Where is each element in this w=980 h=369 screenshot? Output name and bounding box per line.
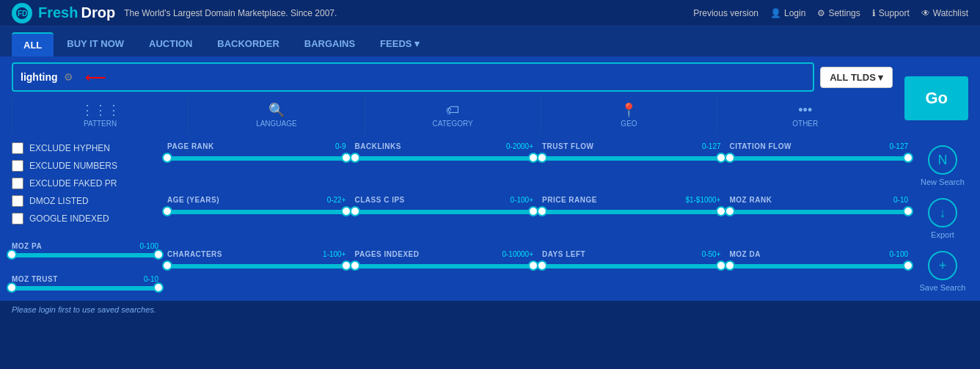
price-range-thumb-left[interactable] (537, 206, 547, 216)
moz-trust-track[interactable] (12, 286, 158, 291)
class-c-ips-track[interactable] (355, 210, 534, 214)
moz-pa-thumb-right[interactable] (153, 249, 164, 260)
filter-other[interactable]: ••• OTHER (717, 96, 893, 134)
checkbox-dmoz-listed: DMOZ LISTED (12, 195, 158, 207)
checkbox-exclude-numbers: EXCLUDE NUMBERS (12, 160, 158, 172)
slider-page-rank: PAGE RANK 0-9 (167, 142, 346, 184)
slider-characters: CHARACTERS 1-100+ (167, 250, 346, 292)
tab-bargains[interactable]: BARGAINS (293, 32, 367, 56)
save-search-button[interactable]: + Save Search (920, 251, 966, 292)
filter-icons-row: ⋮⋮⋮ PATTERN 🔍 LANGUAGE 🏷 CATEGORY 📍 GEO … (12, 96, 893, 134)
tab-auction[interactable]: AUCTION (137, 32, 204, 56)
age-track[interactable] (167, 210, 346, 214)
support-link[interactable]: ℹ Support (872, 8, 910, 18)
filter-language[interactable]: 🔍 LANGUAGE (188, 96, 364, 134)
checkbox-google-indexed-label: GOOGLE INDEXED (29, 213, 109, 224)
slider-citation-flow: CITATION FLOW 0-127 (730, 142, 909, 184)
page-rank-track[interactable] (167, 156, 346, 161)
moz-trust-label: MOZ TRUST (12, 275, 58, 283)
geo-icon: 📍 (621, 102, 637, 118)
language-icon: 🔍 (268, 102, 285, 118)
header-right: Previous version 👤 Login ⚙ Settings ℹ Su… (693, 8, 968, 18)
backlinks-thumb-left[interactable] (350, 153, 360, 163)
checkbox-google-indexed: GOOGLE INDEXED (12, 213, 158, 224)
logo-icon: FD (12, 3, 32, 23)
filter-geo[interactable]: 📍 GEO (541, 96, 717, 134)
gear-icon[interactable]: ⚙ (64, 71, 73, 83)
go-button[interactable]: Go (904, 76, 968, 120)
slider-class-c-ips: CLASS C IPs 0-100+ (355, 196, 534, 238)
tld-dropdown[interactable]: ALL TLDS ▾ (820, 67, 893, 88)
export-icon: ↓ (928, 198, 957, 227)
moz-trust-thumb-left[interactable] (7, 282, 17, 293)
new-search-button[interactable]: N New Search (921, 145, 965, 186)
header: FD FreshDrop The World's Largest Domain … (0, 0, 980, 26)
slider-moz-da: MOZ DA 0-100 (730, 250, 909, 292)
moz-da-thumb-left[interactable] (725, 260, 735, 271)
tab-all[interactable]: ALL (12, 32, 54, 56)
citation-flow-thumb-left[interactable] (725, 153, 735, 163)
citation-flow-thumb-right[interactable] (903, 153, 913, 163)
right-panel: N New Search ↓ Export + Save Search (917, 142, 968, 292)
tab-backorder[interactable]: BACKORDER (205, 32, 291, 56)
checkbox-dmoz-listed-input[interactable] (12, 195, 23, 207)
moz-pa-track[interactable] (12, 253, 158, 257)
checkbox-exclude-hyphen-label: EXCLUDE HYPHEN (29, 143, 110, 153)
filter-category[interactable]: 🏷 CATEGORY (365, 96, 541, 134)
page-rank-thumb-left[interactable] (162, 153, 172, 163)
logo: FD FreshDrop (12, 3, 115, 23)
settings-link[interactable]: ⚙ Settings (817, 8, 860, 18)
checkbox-exclude-hyphen-input[interactable] (12, 142, 23, 154)
moz-rank-thumb-left[interactable] (725, 206, 735, 216)
characters-track[interactable] (167, 264, 346, 268)
pages-indexed-track[interactable] (355, 264, 534, 268)
previous-version-link[interactable]: Previous version (693, 8, 758, 18)
age-thumb-left[interactable] (162, 206, 172, 216)
checkbox-google-indexed-input[interactable] (12, 213, 23, 224)
moz-da-thumb-right[interactable] (903, 260, 913, 271)
left-panel: EXCLUDE HYPHEN EXCLUDE NUMBERS EXCLUDE F… (12, 142, 158, 292)
characters-thumb-left[interactable] (162, 260, 172, 271)
nav-tabs: ALL BUY IT NOW AUCTION BACKORDER BARGAIN… (0, 26, 980, 56)
moz-rank-thumb-right[interactable] (903, 206, 913, 216)
slider-moz-trust: MOZ TRUST 0-10 (12, 275, 158, 291)
class-c-ips-thumb-left[interactable] (350, 206, 360, 216)
checkbox-dmoz-listed-label: DMOZ LISTED (29, 196, 89, 206)
main-content: EXCLUDE HYPHEN EXCLUDE NUMBERS EXCLUDE F… (0, 134, 980, 301)
logo-drop-text: Drop (81, 4, 115, 21)
checkbox-exclude-numbers-input[interactable] (12, 160, 23, 172)
tab-feeds[interactable]: FEEDS ▾ (368, 32, 431, 56)
filter-pattern[interactable]: ⋮⋮⋮ PATTERN (12, 96, 188, 134)
login-link[interactable]: 👤 Login (770, 8, 805, 18)
search-keyword: lighting (21, 71, 58, 83)
moz-rank-track[interactable] (730, 210, 909, 214)
watchlist-link[interactable]: 👁 Watchlist (921, 8, 968, 18)
moz-pa-label: MOZ PA (12, 242, 42, 250)
days-left-thumb-left[interactable] (537, 260, 547, 271)
moz-da-track[interactable] (730, 264, 909, 268)
pages-indexed-thumb-left[interactable] (350, 260, 360, 271)
sliders-grid: PAGE RANK 0-9 BACKLINKS 0-2000+ TRUST (167, 142, 908, 292)
trust-flow-thumb-left[interactable] (537, 153, 547, 163)
trust-flow-track[interactable] (542, 156, 721, 161)
moz-trust-thumb-right[interactable] (153, 282, 164, 293)
tagline: The World's Largest Domain Marketplace. … (124, 8, 337, 18)
checkbox-exclude-numbers-label: EXCLUDE NUMBERS (29, 161, 117, 171)
search-box[interactable]: lighting ⚙ ⟵ (12, 62, 814, 92)
bottom-bar: Please login first to use saved searches… (0, 301, 980, 318)
backlinks-track[interactable] (355, 156, 534, 161)
checkbox-exclude-faked-pr-input[interactable] (12, 178, 23, 189)
slider-age: AGE (years) 0-22+ (167, 196, 346, 238)
export-button[interactable]: ↓ Export (928, 198, 957, 239)
bottom-note: Please login first to use saved searches… (12, 305, 156, 314)
slider-days-left: DAYS LEFT 0-50+ (542, 250, 721, 292)
pattern-icon: ⋮⋮⋮ (81, 102, 120, 118)
checkbox-exclude-hyphen: EXCLUDE HYPHEN (12, 142, 158, 154)
other-icon: ••• (798, 103, 812, 118)
citation-flow-track[interactable] (730, 156, 909, 161)
price-range-track[interactable] (542, 210, 721, 214)
moz-pa-thumb-left[interactable] (7, 249, 17, 260)
tab-buy-it-now[interactable]: BUY IT NOW (55, 32, 136, 56)
days-left-track[interactable] (542, 264, 721, 268)
category-icon: 🏷 (446, 103, 459, 118)
